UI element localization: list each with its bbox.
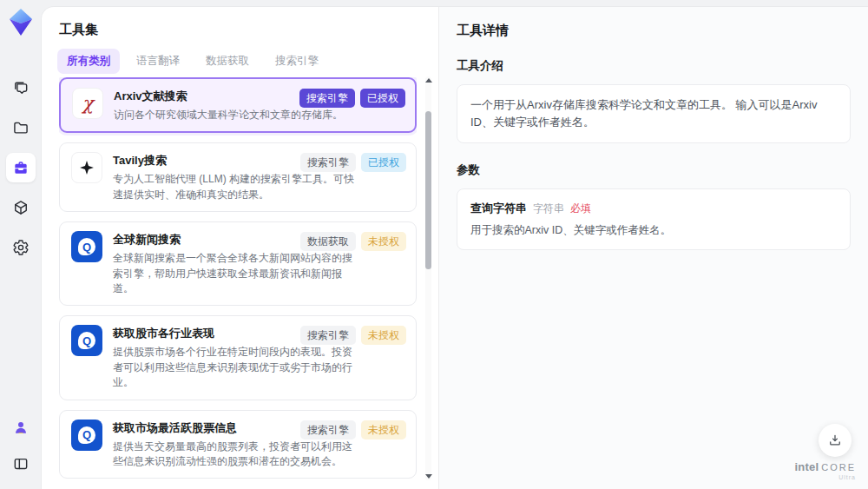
- tab-search-engine[interactable]: 搜索引擎: [266, 49, 328, 74]
- folder-icon: [12, 119, 30, 136]
- tool-badges: 数据获取 未授权: [300, 232, 406, 251]
- tool-badges: 搜索引擎 已授权: [300, 153, 406, 172]
- user-icon: [12, 419, 30, 436]
- param-type: 字符串: [533, 202, 564, 216]
- tavily-icon: [71, 152, 102, 183]
- tool-description: 访问各个研究领域大量科学论文和文章的存储库。: [114, 108, 358, 122]
- cube-icon: [12, 199, 30, 216]
- tool-list-pane: 工具集 所有类别 语言翻译 数据获取 搜索引擎 χ Arxiv文献搜索 访问各个…: [42, 7, 438, 489]
- tool-list: χ Arxiv文献搜索 访问各个研究领域大量科学论文和文章的存储库。 搜索引擎 …: [59, 77, 417, 482]
- scrollbar-up-arrow-icon[interactable]: [425, 78, 432, 83]
- list-scrollbar[interactable]: [425, 76, 431, 480]
- tab-data-fetch[interactable]: 数据获取: [196, 49, 259, 74]
- toolbox-nav-button[interactable]: [6, 153, 36, 182]
- user-profile-button[interactable]: [6, 413, 36, 442]
- param-box: 查询字符串 字符串 必填 用于搜索的Arxiv ID、关键字或作者姓名。: [457, 188, 851, 250]
- category-tabs: 所有类别 语言翻译 数据获取 搜索引擎: [57, 49, 328, 74]
- intro-heading: 工具介绍: [457, 58, 851, 74]
- chart-blue-icon: Q: [71, 325, 102, 356]
- tool-auth-badge: 已授权: [360, 89, 405, 108]
- tool-category-badge: 搜索引擎: [300, 420, 356, 439]
- tool-category-badge: 搜索引擎: [299, 89, 355, 108]
- core-wordmark: CORE: [821, 463, 856, 472]
- main-surface: 工具集 所有类别 语言翻译 数据获取 搜索引擎 χ Arxiv文献搜索 访问各个…: [42, 7, 868, 489]
- tool-badges: 搜索引擎 未授权: [300, 420, 406, 439]
- arxiv-icon: χ: [72, 88, 103, 119]
- tool-auth-badge: 未授权: [361, 420, 406, 439]
- tool-description: 全球新闻搜索是一个聚合全球各大新闻网站内容的搜索引擎，帮助用户快速获取全球最新资…: [113, 251, 358, 296]
- param-description: 用于搜索的Arxiv ID、关键字或作者姓名。: [470, 223, 837, 238]
- download-icon: [827, 433, 843, 448]
- toolbox-icon: [12, 159, 30, 176]
- tool-card[interactable]: Tavily搜索 专为人工智能代理 (LLM) 构建的搜索引擎工具。可快速提供实…: [59, 142, 417, 212]
- app-window: 工具集 所有类别 语言翻译 数据获取 搜索引擎 χ Arxiv文献搜索 访问各个…: [0, 0, 868, 489]
- cube-nav-button[interactable]: [6, 193, 36, 222]
- scrollbar-down-arrow-icon[interactable]: [425, 474, 432, 479]
- intro-text: 一个用于从Arxiv存储库搜索科学论文和文章的工具。 输入可以是Arxiv ID…: [470, 96, 837, 131]
- tool-description: 提供当天交易量最高的股票列表，投资者可以利用这些信息来识别流动性强的股票和潜在的…: [113, 439, 358, 470]
- tool-card[interactable]: χ Arxiv文献搜索 访问各个研究领域大量科学论文和文章的存储库。 搜索引擎 …: [59, 77, 417, 133]
- intel-wordmark: intel: [794, 461, 819, 472]
- tool-card[interactable]: Q 获取股市各行业表现 提供股票市场各个行业在特定时间段内的表现。投资者可以利用…: [59, 315, 417, 400]
- tool-auth-badge: 未授权: [361, 232, 406, 251]
- globe-blue-icon: Q: [71, 231, 102, 262]
- tool-description: 专为人工智能代理 (LLM) 构建的搜索引擎工具。可快速提供实时、准确和真实的结…: [113, 172, 358, 202]
- param-head: 查询字符串 字符串 必填: [470, 201, 837, 216]
- tool-description: 提供股票市场各个行业在特定时间段内的表现。投资者可以利用这些信息来识别表现优于或…: [113, 345, 358, 390]
- tool-category-badge: 数据获取: [300, 232, 356, 251]
- param-required-flag: 必填: [570, 202, 591, 216]
- intel-core-logo: intel CORE Ultra: [794, 461, 856, 480]
- collapse-panel-button[interactable]: [6, 449, 36, 479]
- scrollbar-thumb[interactable]: [425, 111, 431, 269]
- tool-category-badge: 搜索引擎: [300, 326, 356, 345]
- detail-title: 工具详情: [457, 23, 851, 39]
- intro-box: 一个用于从Arxiv存储库搜索科学论文和文章的工具。 输入可以是Arxiv ID…: [457, 84, 851, 143]
- panel-toggle-icon: [12, 455, 30, 472]
- left-rail: [0, 0, 42, 489]
- gear-icon: [12, 239, 30, 256]
- tab-language-translation[interactable]: 语言翻译: [127, 49, 189, 74]
- download-button[interactable]: [819, 424, 852, 457]
- chat-icon: [12, 79, 30, 96]
- ultra-wordmark: Ultra: [794, 474, 856, 480]
- tool-card[interactable]: Q 获取市场最活跃股票信息 提供当天交易量最高的股票列表，投资者可以利用这些信息…: [59, 410, 417, 479]
- tool-auth-badge: 已授权: [361, 153, 406, 172]
- chat-nav-button[interactable]: [6, 73, 36, 102]
- tool-detail-pane: 工具详情 工具介绍 一个用于从Arxiv存储库搜索科学论文和文章的工具。 输入可…: [438, 7, 868, 489]
- params-heading: 参数: [457, 162, 851, 178]
- rail-nav: [6, 73, 36, 262]
- page-title: 工具集: [59, 22, 98, 38]
- settings-nav-button[interactable]: [6, 233, 36, 262]
- tool-card[interactable]: Q 全球新闻搜索 全球新闻搜索是一个聚合全球各大新闻网站内容的搜索引擎，帮助用户…: [59, 221, 417, 306]
- param-name: 查询字符串: [470, 201, 527, 216]
- tab-all-categories[interactable]: 所有类别: [57, 49, 120, 74]
- brand-diamond-logo-icon: [8, 9, 34, 36]
- tool-category-badge: 搜索引擎: [300, 153, 356, 172]
- stock-blue-icon: Q: [71, 420, 102, 451]
- tool-auth-badge: 未授权: [361, 326, 406, 345]
- folder-nav-button[interactable]: [6, 113, 36, 142]
- tool-badges: 搜索引擎 未授权: [300, 326, 406, 345]
- tool-badges: 搜索引擎 已授权: [299, 89, 405, 108]
- rail-bottom: [0, 413, 42, 479]
